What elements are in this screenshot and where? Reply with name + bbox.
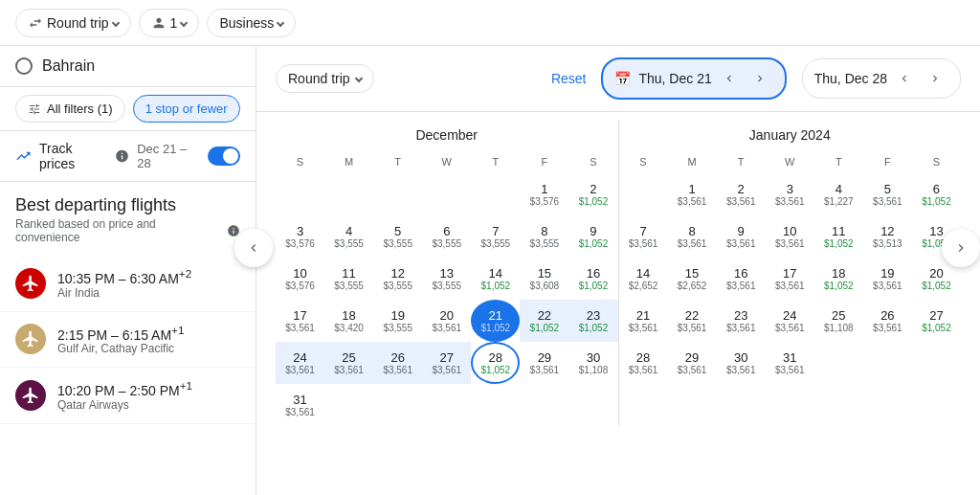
flight-item[interactable]: 10:35 PM – 6:30 AM+2 Air India	[0, 256, 256, 312]
calendar-day[interactable]: 4$1,227	[814, 173, 863, 215]
day-of-week-header: T	[373, 150, 422, 173]
track-prices-toggle[interactable]	[208, 146, 240, 166]
trip-type-chevron	[111, 18, 119, 26]
calendar-day[interactable]: 14$1,052	[471, 258, 520, 300]
calendar-day[interactable]: 27$3,561	[422, 342, 471, 384]
calendar-day[interactable]: 5$3,561	[863, 173, 912, 215]
start-date-selector[interactable]: 📅 Thu, Dec 21	[601, 57, 786, 100]
calendar-day[interactable]: 27$1,052	[912, 300, 961, 342]
reset-button[interactable]: Reset	[551, 71, 587, 86]
calendar-day[interactable]: 11$1,052	[814, 215, 863, 258]
track-prices-label: Track prices	[39, 141, 107, 171]
flight-info-3: 10:20 PM – 2:50 PM+1 Qatar Airways	[57, 379, 240, 412]
calendar-day[interactable]: 21$3,561	[619, 300, 668, 342]
calendar-day[interactable]: 31$3,561	[766, 342, 814, 384]
calendar-day[interactable]: 2$1,052	[568, 173, 617, 215]
calendar-day[interactable]: 16$1,052	[568, 258, 617, 300]
calendar-day[interactable]: 3$3,576	[276, 215, 324, 258]
calendar-day[interactable]: 10$3,561	[766, 215, 814, 258]
calendar-day[interactable]: 8$3,555	[520, 215, 568, 258]
calendar-day[interactable]: 9$1,052	[568, 215, 617, 258]
calendar-day[interactable]: 15$3,608	[520, 258, 568, 300]
calendar-nav-next[interactable]	[942, 229, 980, 267]
calendar-day[interactable]: 12$3,513	[863, 215, 912, 258]
passengers-button[interactable]: 1	[139, 9, 200, 37]
calendar-day[interactable]: 29$3,561	[668, 342, 717, 384]
calendar-day[interactable]: 31$3,561	[276, 384, 324, 426]
stops-filter-button[interactable]: 1 stop or fewer	[133, 95, 240, 123]
calendar-day[interactable]: 4$3,555	[324, 215, 373, 258]
calendar-day[interactable]: 24$3,561	[766, 300, 814, 342]
calendar-day[interactable]: 16$3,561	[717, 258, 766, 300]
gulf-air-logo	[15, 324, 46, 354]
top-bar: Round trip 1 Business	[0, 0, 980, 46]
end-date-text: Thu, Dec 28	[814, 71, 887, 86]
calendar-day[interactable]: 28$3,561	[619, 342, 668, 384]
calendar-day[interactable]: 15$2,652	[668, 258, 717, 300]
cabin-button[interactable]: Business	[207, 9, 296, 37]
calendar-day[interactable]: 6$1,052	[912, 173, 961, 215]
calendar-day[interactable]: 3$3,561	[766, 173, 814, 215]
end-date-selector[interactable]: Thu, Dec 28	[802, 58, 961, 99]
calendar-day[interactable]: 13$3,555	[422, 258, 471, 300]
calendar-day[interactable]: 19$3,561	[863, 258, 912, 300]
calendar-nav-prev[interactable]	[234, 229, 273, 267]
trip-type-button[interactable]: Round trip	[15, 9, 131, 37]
calendar-day[interactable]: 26$3,561	[373, 342, 422, 384]
calendar-day[interactable]: 23$3,561	[717, 300, 766, 342]
end-date-next[interactable]	[922, 65, 948, 92]
calendar-month-0: DecemberSMTWTFS1$3,5762$1,0523$3,5764$3,…	[276, 112, 618, 434]
left-panel: Bahrain All filters (1) 1 stop or fewer …	[0, 46, 256, 495]
calendar-day[interactable]: 1$3,576	[520, 173, 568, 215]
calendar-day[interactable]: 7$3,555	[471, 215, 520, 258]
calendar-day[interactable]: 7$3,561	[619, 215, 668, 258]
calendar-day[interactable]: 28$1,052	[471, 342, 520, 384]
trending-up-icon	[15, 147, 32, 165]
calendar-day[interactable]: 24$3,561	[276, 342, 324, 384]
calendar-day[interactable]: 18$1,052	[814, 258, 863, 300]
plane-icon	[21, 274, 40, 293]
calendar-day[interactable]: 14$2,652	[619, 258, 668, 300]
calendar-day[interactable]: 25$3,561	[324, 342, 373, 384]
month-title-1: January 2024	[619, 120, 962, 150]
calendar-body: DecemberSMTWTFS1$3,5762$1,0523$3,5764$3,…	[256, 112, 980, 434]
calendar-day[interactable]: 20$3,561	[422, 300, 471, 342]
empty-day-cell	[422, 173, 471, 215]
calendar-day[interactable]: 11$3,555	[324, 258, 373, 300]
calendar-day[interactable]: 12$3,555	[373, 258, 422, 300]
calendar-day[interactable]: 22$1,052	[520, 300, 568, 342]
calendar-day[interactable]: 17$3,561	[766, 258, 814, 300]
flight-item[interactable]: 2:15 PM – 6:15 AM+1 Gulf Air, Cathay Pac…	[0, 312, 256, 369]
calendar-day[interactable]: 26$3,561	[863, 300, 912, 342]
calendar-day[interactable]: 17$3,561	[276, 300, 324, 342]
calendar-day[interactable]: 22$3,561	[668, 300, 717, 342]
calendar-day[interactable]: 23$1,052	[568, 300, 617, 342]
toggle-knob	[223, 148, 238, 164]
calendar-day[interactable]: 2$3,561	[717, 173, 766, 215]
next-icon	[753, 72, 767, 85]
calendar-day[interactable]: 19$3,555	[373, 300, 422, 342]
end-date-prev[interactable]	[891, 65, 918, 92]
flights-header: Best departing flights Ranked based on p…	[0, 182, 256, 248]
all-filters-label: All filters (1)	[47, 101, 113, 116]
calendar-day[interactable]: 29$3,561	[520, 342, 568, 384]
calendar-day[interactable]: 10$3,576	[276, 258, 324, 300]
start-date-next[interactable]	[746, 65, 773, 92]
day-of-week-header: T	[717, 150, 766, 173]
calendar-trip-type[interactable]: Round trip	[276, 64, 374, 93]
calendar-day[interactable]: 8$3,561	[668, 215, 717, 258]
calendar-day[interactable]: 6$3,555	[422, 215, 471, 258]
calendar-day[interactable]: 1$3,561	[668, 173, 717, 215]
calendar-day[interactable]: 21$1,052	[471, 300, 520, 342]
calendar-grid-0: SMTWTFS1$3,5762$1,0523$3,5764$3,5555$3,5…	[276, 150, 618, 426]
flight-item[interactable]: 10:20 PM – 2:50 PM+1 Qatar Airways	[0, 368, 256, 424]
calendar-day[interactable]: 18$3,420	[324, 300, 373, 342]
calendar-day[interactable]: 5$3,555	[373, 215, 422, 258]
start-date-prev[interactable]	[716, 65, 743, 92]
calendar-day[interactable]: 30$1,108	[568, 342, 617, 384]
all-filters-button[interactable]: All filters (1)	[15, 95, 125, 123]
calendar-day[interactable]: 30$3,561	[717, 342, 766, 384]
calendar-day[interactable]: 25$1,108	[814, 300, 863, 342]
day-of-week-header: F	[863, 150, 912, 173]
calendar-day[interactable]: 9$3,561	[717, 215, 766, 258]
